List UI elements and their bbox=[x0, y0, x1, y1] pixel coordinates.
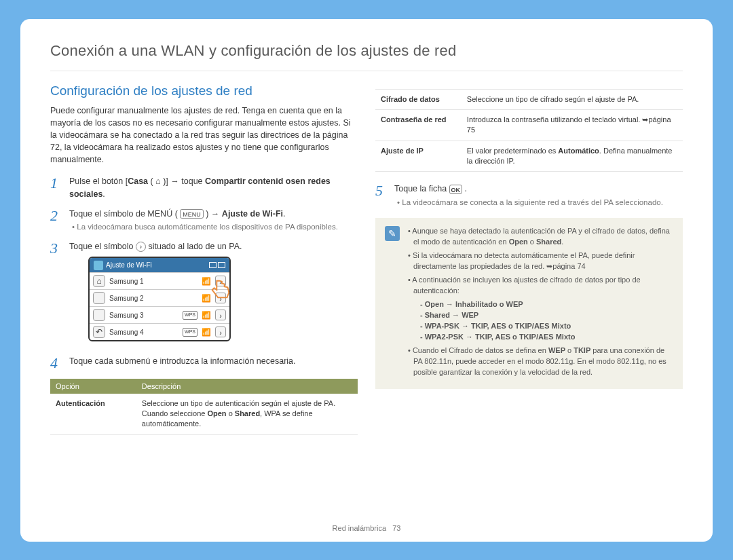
ap-name: Samsung 2 bbox=[109, 293, 198, 303]
options-table-right: Cifrado de datos Seleccione un tipo de c… bbox=[375, 89, 683, 172]
ok-button-icon: OK bbox=[449, 185, 463, 194]
table-row: Contraseña de red Introduzca la contrase… bbox=[375, 109, 683, 141]
left-column: Configuración de los ajustes de red Pued… bbox=[50, 83, 358, 435]
device-row: ↶ Samsung 4 WPS 📶 › bbox=[90, 323, 229, 340]
device-screenshot: Ajuste de Wi-Fi ⌂ Samsung 1 📶 › bbox=[88, 257, 231, 341]
home-icon: ⌂ bbox=[93, 275, 105, 287]
note-sublist: Open → Inhabilitado o WEP Shared → WEP W… bbox=[420, 299, 673, 343]
divider bbox=[50, 71, 683, 71]
menu-icon: MENU bbox=[180, 209, 204, 219]
device-row: Samsung 3 WPS 📶 › bbox=[90, 306, 229, 323]
table-row: Cifrado de datos Seleccione un tipo de c… bbox=[375, 89, 683, 109]
step-list-right: 5 Toque la ficha OK . La videocámara se … bbox=[375, 183, 683, 208]
footer-label: Red inalámbrica bbox=[333, 524, 386, 532]
option-desc: Introduzca la contraseña utilizando el t… bbox=[462, 109, 683, 141]
step-subtext: La videocámara busca automáticamente los… bbox=[77, 221, 358, 233]
note-icon: ✎ bbox=[385, 226, 400, 241]
blank-icon bbox=[93, 309, 105, 321]
device-titlebar: Ajuste de Wi-Fi bbox=[90, 258, 229, 272]
option-name: Cifrado de datos bbox=[375, 89, 462, 109]
col-header-option: Opción bbox=[50, 379, 136, 394]
option-name: Ajuste de IP bbox=[375, 141, 462, 172]
step-number: 3 bbox=[50, 240, 62, 349]
ap-name: Samsung 4 bbox=[109, 327, 178, 337]
note-item: Cuando el Cifrado de datos se defina en … bbox=[407, 346, 673, 378]
intro-text: Puede configurar manualmente los ajustes… bbox=[50, 105, 358, 166]
step-body: Toque la ficha OK . La videocámara se co… bbox=[394, 183, 683, 208]
signal-icon: 📶 bbox=[202, 310, 211, 321]
note-subitem: Shared → WEP bbox=[420, 310, 673, 321]
chevron-right-icon: › bbox=[215, 276, 226, 286]
battery-icon bbox=[209, 262, 225, 268]
blank-icon bbox=[93, 292, 105, 304]
col-header-desc: Descripción bbox=[136, 379, 358, 394]
step-5: 5 Toque la ficha OK . La videocámara se … bbox=[375, 183, 683, 208]
chevron-right-icon: › bbox=[215, 310, 226, 320]
options-table-left: Opción Descripción Autenticación Selecci… bbox=[50, 379, 358, 435]
step-1: 1 Pulse el botón [Casa ( ⌂ )] → toque Co… bbox=[50, 175, 358, 201]
wps-badge: WPS bbox=[183, 328, 198, 337]
pageref-icon bbox=[546, 262, 552, 270]
table-row: Autenticación Seleccione un tipo de aute… bbox=[50, 394, 358, 435]
step-body: Pulse el botón [Casa ( ⌂ )] → toque Comp… bbox=[69, 175, 358, 201]
option-name: Contraseña de red bbox=[375, 109, 462, 141]
note-item: Si la videocámara no detecta automáticam… bbox=[407, 250, 673, 272]
step-list: 1 Pulse el botón [Casa ( ⌂ )] → toque Co… bbox=[50, 175, 358, 371]
signal-icon: 📶 bbox=[202, 326, 211, 338]
step-body: Toque el símbolo de MENÚ ( MENU ) → Ajus… bbox=[69, 208, 358, 234]
chevron-right-icon: › bbox=[215, 293, 226, 303]
option-name: Autenticación bbox=[50, 394, 136, 435]
wps-badge: WPS bbox=[183, 311, 198, 320]
device-row: Samsung 2 📶 › bbox=[90, 289, 229, 306]
ap-name: Samsung 3 bbox=[109, 310, 178, 320]
device-title: Ajuste de Wi-Fi bbox=[106, 260, 152, 270]
step-number: 4 bbox=[50, 355, 62, 371]
step-number: 2 bbox=[50, 208, 62, 234]
step-subtext: La videocámara se conecta a la siguiente… bbox=[402, 197, 683, 208]
chevron-right-icon: › bbox=[215, 326, 226, 337]
page-footer: Red inalámbrica 73 bbox=[20, 524, 713, 532]
step-4: 4 Toque cada submenú e introduzca la inf… bbox=[50, 355, 358, 371]
note-box: ✎ Aunque se haya detectado la autenticac… bbox=[375, 218, 683, 388]
chevron-right-icon: › bbox=[136, 242, 146, 252]
section-title: Configuración de los ajustes de red bbox=[50, 83, 358, 98]
page-title: Conexión a una WLAN y configuración de l… bbox=[50, 42, 683, 60]
note-list: Aunque se haya detectado la autenticació… bbox=[407, 226, 673, 380]
step-number: 1 bbox=[50, 175, 62, 201]
note-subitem: WPA-PSK → TKIP, AES o TKIP/AES Mixto bbox=[420, 321, 673, 332]
table-row: Ajuste de IP El valor predeterminado es … bbox=[375, 141, 683, 172]
right-column: Cifrado de datos Seleccione un tipo de c… bbox=[375, 83, 683, 435]
wifi-icon bbox=[94, 261, 103, 270]
table-header-row: Opción Descripción bbox=[50, 379, 358, 394]
note-subitem: WPA2-PSK → TKIP, AES o TKIP/AES Mixto bbox=[420, 332, 673, 343]
ap-name: Samsung 1 bbox=[109, 276, 198, 286]
page-number: 73 bbox=[392, 524, 400, 532]
option-desc: El valor predeterminado es Automático. D… bbox=[462, 141, 683, 172]
back-icon: ↶ bbox=[93, 326, 105, 338]
step-body: Toque el símbolo › situado al lado de un… bbox=[69, 240, 358, 349]
step-body: Toque cada submenú e introduzca la infor… bbox=[69, 355, 358, 371]
content-columns: Configuración de los ajustes de red Pued… bbox=[50, 83, 683, 435]
option-desc: Seleccione un tipo de cifrado según el a… bbox=[462, 89, 683, 109]
step-3: 3 Toque el símbolo › situado al lado de … bbox=[50, 240, 358, 349]
note-item: A continuación se incluyen los ajustes d… bbox=[407, 275, 673, 343]
note-subitem: Open → Inhabilitado o WEP bbox=[420, 299, 673, 310]
option-desc: Seleccione un tipo de autenticación segú… bbox=[136, 394, 358, 435]
step-2: 2 Toque el símbolo de MENÚ ( MENU ) → Aj… bbox=[50, 208, 358, 234]
signal-icon: 📶 bbox=[202, 276, 211, 287]
step-number: 5 bbox=[375, 183, 388, 208]
note-item: Aunque se haya detectado la autenticació… bbox=[407, 226, 673, 248]
signal-icon: 📶 bbox=[202, 293, 211, 304]
device-row: ⌂ Samsung 1 📶 › bbox=[90, 272, 229, 289]
manual-page: Conexión a una WLAN y configuración de l… bbox=[20, 19, 713, 542]
